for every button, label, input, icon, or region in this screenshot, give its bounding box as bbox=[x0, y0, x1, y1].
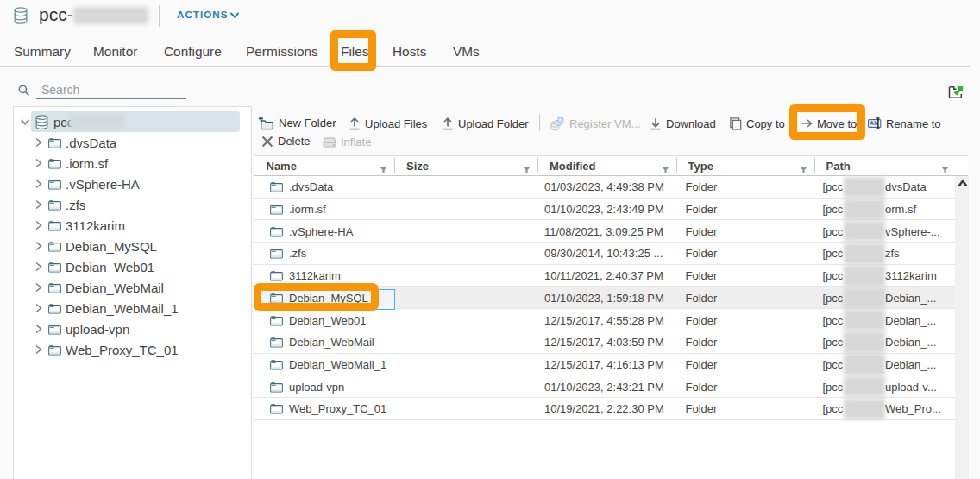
svg-text:Ab: Ab bbox=[870, 120, 877, 126]
